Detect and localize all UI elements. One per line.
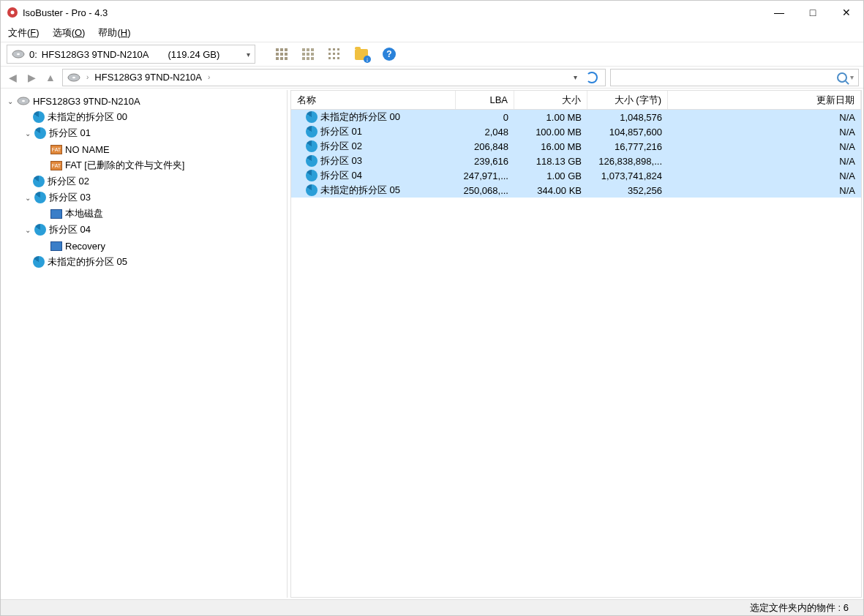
- tree-item[interactable]: Recovery: [2, 238, 287, 254]
- cell-bytes: 352,256: [587, 185, 668, 196]
- column-lba[interactable]: LBA: [456, 91, 514, 109]
- cell-date: N/A: [668, 112, 861, 123]
- cell-size: 1.00 MB: [514, 112, 587, 123]
- table-row[interactable]: 未指定的拆分区 05250,068,...344.00 KB352,256N/A: [291, 183, 861, 198]
- menu-file[interactable]: 文件(F): [8, 26, 40, 40]
- chevron-down-icon[interactable]: ▾: [850, 73, 854, 81]
- column-bytes[interactable]: 大小 (字节): [587, 91, 668, 109]
- menu-options[interactable]: 选项(O): [53, 26, 86, 40]
- table-row[interactable]: 拆分区 02206,84816.00 MB16,777,216N/A: [291, 139, 861, 154]
- cell-size: 118.13 GB: [514, 156, 587, 167]
- cell-name: 拆分区 01: [291, 125, 456, 138]
- tree-item[interactable]: 未指定的拆分区 00: [2, 109, 287, 125]
- tree-item-label: 未指定的拆分区 00: [48, 110, 127, 124]
- tree-item[interactable]: ⌄拆分区 01: [2, 125, 287, 141]
- tree-pane[interactable]: ⌄ HFS128G3 9TND-N210A 未指定的拆分区 00⌄拆分区 01F…: [2, 90, 288, 598]
- window-title: IsoBuster - Pro - 4.3: [23, 7, 762, 18]
- status-text: 选定文件夹内的物件 : 6: [750, 601, 849, 615]
- cell-bytes: 104,857,600: [587, 127, 668, 138]
- tree-item[interactable]: 本地磁盘: [2, 206, 287, 222]
- tree-item[interactable]: FATFAT [已删除的文件与文件夹]: [2, 157, 287, 173]
- tree-item-label: 拆分区 01: [49, 127, 91, 140]
- toggle-icon[interactable]: ⌄: [23, 129, 33, 138]
- tree-item[interactable]: 拆分区 02: [2, 173, 287, 189]
- menu-help[interactable]: 帮助(H): [98, 26, 130, 40]
- drive-selector[interactable]: 0: HFS128G3 9TND-N210A (119.24 GB) ▾: [7, 45, 255, 64]
- cell-lba: 0: [456, 112, 514, 123]
- view-details-button[interactable]: [328, 48, 340, 60]
- table-row[interactable]: 拆分区 03239,616118.13 GB126,838,898,...N/A: [291, 154, 861, 168]
- search-icon: [837, 72, 847, 83]
- table-row[interactable]: 未指定的拆分区 0001.00 MB1,048,576N/A: [291, 110, 861, 124]
- tree-item-label: FAT [已删除的文件与文件夹]: [65, 159, 184, 172]
- tree-item[interactable]: ⌄拆分区 03: [2, 189, 287, 206]
- nav-forward-button[interactable]: ▶: [24, 72, 39, 83]
- help-button[interactable]: ?: [383, 48, 396, 61]
- maximize-button[interactable]: □: [796, 1, 830, 24]
- cell-name: 拆分区 04: [291, 169, 456, 182]
- cell-bytes: 16,777,216: [587, 141, 668, 152]
- chevron-down-icon[interactable]: ▾: [574, 73, 577, 81]
- cell-lba: 2,048: [456, 127, 514, 138]
- column-date[interactable]: 更新日期: [668, 91, 861, 109]
- list-pane: 名称 LBA 大小 大小 (字节) 更新日期 未指定的拆分区 0001.00 M…: [290, 90, 862, 598]
- tree-item[interactable]: FATNO NAME: [2, 141, 287, 157]
- tree-item[interactable]: ⌄拆分区 04: [2, 222, 287, 238]
- column-size[interactable]: 大小: [514, 91, 587, 109]
- tree-item-label: 拆分区 04: [49, 223, 91, 236]
- column-name[interactable]: 名称: [291, 91, 456, 109]
- partition-icon: [34, 127, 46, 139]
- tree-item-label: 未指定的拆分区 05: [48, 255, 127, 268]
- nav-up-button[interactable]: ▲: [43, 72, 58, 83]
- breadcrumb-item[interactable]: HFS128G3 9TND-N210A: [94, 72, 202, 83]
- list-body: 未指定的拆分区 0001.00 MB1,048,576N/A拆分区 012,04…: [291, 110, 861, 597]
- partition-icon: [306, 126, 318, 138]
- refresh-button[interactable]: [586, 72, 598, 83]
- breadcrumb-separator-icon: ›: [208, 73, 210, 81]
- partition-icon: [306, 140, 318, 152]
- view-list-button[interactable]: [302, 48, 314, 60]
- window-controls: — □ ✕: [762, 1, 863, 24]
- cell-bytes: 1,073,741,824: [587, 170, 668, 181]
- extract-button[interactable]: ↓: [355, 49, 368, 60]
- cell-date: N/A: [668, 156, 861, 167]
- breadcrumb[interactable]: › HFS128G3 9TND-N210A › ▾: [62, 69, 606, 86]
- toggle-icon[interactable]: ⌄: [23, 194, 33, 202]
- svg-point-3: [17, 53, 20, 55]
- drive-index: 0:: [29, 49, 37, 60]
- partition-icon: [33, 111, 45, 123]
- tree-item-label: 拆分区 03: [49, 191, 91, 204]
- cell-lba: 239,616: [456, 156, 514, 167]
- ntfs-icon: [50, 209, 62, 219]
- minimize-button[interactable]: —: [762, 1, 796, 24]
- partition-icon: [306, 170, 318, 181]
- table-row[interactable]: 拆分区 012,048100.00 MB104,857,600N/A: [291, 124, 861, 139]
- search-input[interactable]: ▾: [610, 69, 859, 86]
- nav-back-button[interactable]: ◀: [5, 72, 20, 83]
- tree-item[interactable]: 未指定的拆分区 05: [2, 254, 287, 270]
- tree-item-label: NO NAME: [65, 144, 110, 155]
- cell-lba: 247,971,...: [456, 170, 514, 181]
- close-button[interactable]: ✕: [830, 1, 863, 24]
- drive-icon: [17, 96, 30, 106]
- tree-root-label: HFS128G3 9TND-N210A: [33, 96, 140, 107]
- cell-date: N/A: [668, 127, 861, 138]
- drive-model: HFS128G3 9TND-N210A: [42, 49, 149, 60]
- drive-capacity: (119.24 GB): [168, 49, 220, 60]
- svg-point-5: [72, 76, 75, 78]
- titlebar: IsoBuster - Pro - 4.3 — □ ✕: [1, 1, 863, 24]
- svg-point-1: [11, 11, 15, 15]
- drive-icon: [12, 49, 25, 59]
- collapse-icon[interactable]: ⌄: [5, 97, 15, 105]
- toggle-icon[interactable]: ⌄: [23, 226, 33, 234]
- column-headers: 名称 LBA 大小 大小 (字节) 更新日期: [291, 91, 861, 110]
- toolbar: 0: HFS128G3 9TND-N210A (119.24 GB) ▾ ↓ ?: [1, 42, 863, 67]
- partition-icon: [34, 224, 46, 236]
- table-row[interactable]: 拆分区 04247,971,...1.00 GB1,073,741,824N/A: [291, 168, 861, 183]
- cell-size: 16.00 MB: [514, 141, 587, 152]
- view-buttons: ↓ ?: [276, 48, 396, 61]
- partition-icon: [33, 176, 45, 187]
- view-large-icons-button[interactable]: [276, 48, 288, 60]
- ntfs-icon: [50, 241, 62, 251]
- tree-root[interactable]: ⌄ HFS128G3 9TND-N210A: [2, 93, 287, 109]
